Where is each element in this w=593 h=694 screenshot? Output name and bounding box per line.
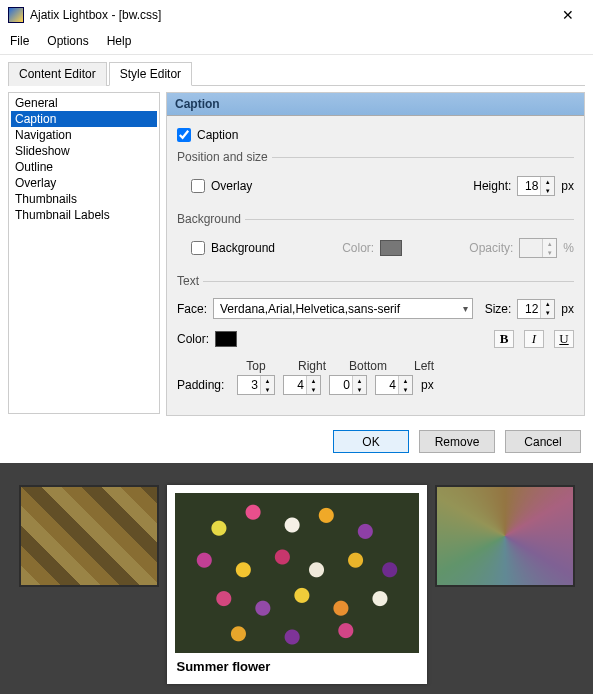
height-input[interactable] [518, 177, 540, 195]
down-arrow-icon[interactable]: ▼ [541, 186, 554, 195]
pad-left-label: Left [403, 359, 445, 373]
preview-area: Summer flower [0, 463, 593, 694]
opacity-label: Opacity: [469, 241, 513, 255]
opacity-input [520, 239, 542, 257]
titlebar: Ajatix Lightbox - [bw.css] ✕ [0, 0, 593, 30]
pad-bottom-input[interactable] [330, 376, 352, 394]
up-arrow-icon[interactable]: ▲ [261, 376, 274, 385]
tabs: Content Editor Style Editor [8, 61, 585, 86]
window-title: Ajatix Lightbox - [bw.css] [30, 8, 551, 22]
height-label: Height: [473, 179, 511, 193]
sidebar-item-caption[interactable]: Caption [11, 111, 157, 127]
sidebar-item-thumbnails[interactable]: Thumbnails [11, 191, 157, 207]
cancel-button[interactable]: Cancel [505, 430, 581, 453]
sidebar-item-outline[interactable]: Outline [11, 159, 157, 175]
px-label: px [561, 302, 574, 316]
px-label: px [561, 179, 574, 193]
face-value: Verdana,Arial,Helvetica,sans-serif [220, 302, 400, 316]
sidebar-item-thumbnail-labels[interactable]: Thumbnail Labels [11, 207, 157, 223]
pad-top-spinner[interactable]: ▲▼ [237, 375, 275, 395]
overlay-checkbox[interactable] [191, 179, 205, 193]
menubar: File Options Help [0, 30, 593, 55]
down-arrow-icon[interactable]: ▼ [307, 385, 320, 394]
underline-button[interactable]: U [554, 330, 574, 348]
face-select[interactable]: Verdana,Arial,Helvetica,sans-serif ▾ [213, 298, 473, 319]
right-panel: Caption Caption Position and size Overla… [166, 92, 585, 416]
sidebar-item-slideshow[interactable]: Slideshow [11, 143, 157, 159]
pct-label: % [563, 241, 574, 255]
menu-file[interactable]: File [10, 34, 29, 48]
close-button[interactable]: ✕ [551, 3, 585, 27]
up-arrow-icon: ▲ [543, 239, 556, 248]
sidebar-item-general[interactable]: General [11, 95, 157, 111]
down-arrow-icon: ▼ [543, 248, 556, 257]
tab-content-editor[interactable]: Content Editor [8, 62, 107, 86]
up-arrow-icon[interactable]: ▲ [307, 376, 320, 385]
face-label: Face: [177, 302, 207, 316]
pad-right-spinner[interactable]: ▲▼ [283, 375, 321, 395]
tab-style-editor[interactable]: Style Editor [109, 62, 192, 86]
pad-bottom-label: Bottom [347, 359, 389, 373]
size-label: Size: [485, 302, 512, 316]
bold-button[interactable]: B [494, 330, 514, 348]
up-arrow-icon[interactable]: ▲ [399, 376, 412, 385]
up-arrow-icon[interactable]: ▲ [541, 300, 554, 309]
up-arrow-icon[interactable]: ▲ [353, 376, 366, 385]
down-arrow-icon[interactable]: ▼ [261, 385, 274, 394]
size-input[interactable] [518, 300, 540, 318]
dialog-buttons: OK Remove Cancel [0, 424, 593, 463]
down-arrow-icon[interactable]: ▼ [399, 385, 412, 394]
text-legend: Text [177, 274, 203, 288]
ok-button[interactable]: OK [333, 430, 409, 453]
pad-top-input[interactable] [238, 376, 260, 394]
caption-checkbox-label: Caption [197, 128, 238, 142]
remove-button[interactable]: Remove [419, 430, 495, 453]
background-group: Background Background Color: Opacity: [177, 212, 574, 264]
preview-caption: Summer flower [175, 653, 419, 676]
pad-bottom-spinner[interactable]: ▲▼ [329, 375, 367, 395]
size-spinner[interactable]: ▲▼ [517, 299, 555, 319]
caption-checkbox[interactable] [177, 128, 191, 142]
preview-image [175, 493, 419, 653]
bg-color-label: Color: [342, 241, 374, 255]
panel-header: Caption [167, 93, 584, 116]
pad-right-label: Right [291, 359, 333, 373]
pad-right-input[interactable] [284, 376, 306, 394]
bg-color-swatch [380, 240, 402, 256]
position-size-legend: Position and size [177, 150, 272, 164]
up-arrow-icon[interactable]: ▲ [541, 177, 554, 186]
sidebar-item-navigation[interactable]: Navigation [11, 127, 157, 143]
text-color-swatch[interactable] [215, 331, 237, 347]
text-group: Text Face: Verdana,Arial,Helvetica,sans-… [177, 274, 574, 397]
pad-left-input[interactable] [376, 376, 398, 394]
lightbox-preview[interactable]: Summer flower [167, 485, 427, 684]
app-icon [8, 7, 24, 23]
color-label: Color: [177, 332, 209, 346]
sidebar: General Caption Navigation Slideshow Out… [8, 92, 160, 414]
background-checkbox-label: Background [211, 241, 275, 255]
pad-top-label: Top [235, 359, 277, 373]
menu-options[interactable]: Options [47, 34, 88, 48]
background-legend: Background [177, 212, 245, 226]
down-arrow-icon[interactable]: ▼ [541, 309, 554, 318]
opacity-spinner: ▲▼ [519, 238, 557, 258]
background-checkbox[interactable] [191, 241, 205, 255]
menu-help[interactable]: Help [107, 34, 132, 48]
overlay-checkbox-label: Overlay [211, 179, 252, 193]
thumbnail-right[interactable] [435, 485, 575, 587]
height-spinner[interactable]: ▲▼ [517, 176, 555, 196]
sidebar-item-overlay[interactable]: Overlay [11, 175, 157, 191]
down-arrow-icon[interactable]: ▼ [353, 385, 366, 394]
px-label: px [421, 378, 434, 392]
position-size-group: Position and size Overlay Height: ▲▼ px [177, 150, 574, 202]
padding-label: Padding: [177, 378, 229, 392]
italic-button[interactable]: I [524, 330, 544, 348]
chevron-down-icon: ▾ [463, 303, 468, 314]
pad-left-spinner[interactable]: ▲▼ [375, 375, 413, 395]
thumbnail-left[interactable] [19, 485, 159, 587]
